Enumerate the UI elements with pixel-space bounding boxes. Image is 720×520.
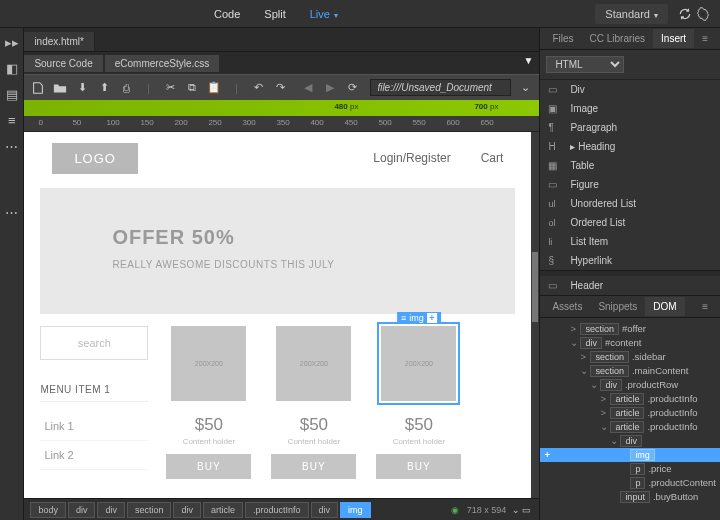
dom-node[interactable]: >article.productInfo xyxy=(540,392,720,406)
insert-item[interactable]: ▭Figure xyxy=(540,175,720,194)
product-card[interactable]: 200X200$50Content holderBUY xyxy=(271,326,356,479)
panel-tab[interactable]: Insert xyxy=(653,29,694,48)
insert-item[interactable]: olOrdered List xyxy=(540,213,720,232)
more-icon[interactable]: ⋯ xyxy=(4,204,20,220)
panel-menu-icon[interactable]: ≡ xyxy=(694,297,716,316)
panel-menu-icon[interactable]: ≡ xyxy=(694,29,716,48)
scrollbar-track[interactable] xyxy=(531,132,539,498)
print-icon[interactable]: ⎙ xyxy=(118,80,134,96)
dom-node[interactable]: p.price xyxy=(540,462,720,476)
logo[interactable]: LOGO xyxy=(52,143,138,174)
assets-icon[interactable]: ⋯ xyxy=(4,138,20,154)
hero-title: OFFER 50% xyxy=(112,226,495,249)
insert-item[interactable]: ulUnordered List xyxy=(540,194,720,213)
product-image[interactable]: 200X200 xyxy=(276,326,351,401)
buy-button[interactable]: BUY xyxy=(376,454,461,479)
element-tag-indicator[interactable]: ≡img+ xyxy=(397,312,441,324)
redo-icon[interactable]: ↷ xyxy=(272,80,288,96)
file-tab[interactable]: index.html* xyxy=(24,32,94,51)
insert-item-header[interactable]: ▭ Header xyxy=(540,276,720,295)
reload-icon[interactable]: ⟳ xyxy=(344,80,360,96)
copy-icon[interactable]: ⧉ xyxy=(184,80,200,96)
settings-icon[interactable] xyxy=(694,5,712,23)
page-body[interactable]: LOGO Login/Register Cart OFFER 50% REALL… xyxy=(24,132,531,498)
product-card[interactable]: 200X200$50Content holderBUY xyxy=(166,326,251,479)
dom-node[interactable]: ⌄section.mainContent xyxy=(540,364,720,378)
live-inspect-icon[interactable]: ◧ xyxy=(4,60,20,76)
undo-icon[interactable]: ↶ xyxy=(250,80,266,96)
css-designer-icon[interactable]: ▤ xyxy=(4,86,20,102)
dom-icon[interactable]: ≡ xyxy=(4,112,20,128)
dom-node[interactable]: ⌄article.productInfo xyxy=(540,420,720,434)
dom-node[interactable]: ⌄div#content xyxy=(540,336,720,350)
related-file-tab[interactable]: Source Code xyxy=(24,55,102,72)
workspace-selector[interactable]: Standard xyxy=(595,4,668,24)
sidebar-link[interactable]: Link 2 xyxy=(40,441,148,470)
filter-icon[interactable]: ▼ xyxy=(523,55,533,66)
insert-item[interactable]: ¶Paragraph xyxy=(540,118,720,137)
product-image[interactable]: 200X200 xyxy=(381,326,456,401)
tag-breadcrumb: bodydivdivsectiondivarticle.productInfod… xyxy=(24,498,539,520)
insert-item[interactable]: ▣Image xyxy=(540,99,720,118)
breadcrumb-item[interactable]: .productInfo xyxy=(245,502,309,518)
panel-tab[interactable]: Snippets xyxy=(590,297,645,316)
breadcrumb-item[interactable]: div xyxy=(311,502,339,518)
related-file-tab[interactable]: eCommerceStyle.css xyxy=(105,55,219,72)
dom-tree[interactable]: >section#offer⌄div#content>section.sideb… xyxy=(540,318,720,520)
insert-category-select[interactable]: HTML xyxy=(546,56,624,73)
panel-tab[interactable]: Files xyxy=(544,29,581,48)
viewport-ruler[interactable]: 480 px700 px xyxy=(24,100,539,116)
expand-panel-icon[interactable]: ▸▸ xyxy=(4,34,20,50)
document-toolbar: ⬇ ⬆ ⎙ | ✂ ⧉ 📋 | ↶ ↷ ◀ ▶ ⟳ ⌄ xyxy=(24,74,539,100)
product-image[interactable]: 200X200 xyxy=(171,326,246,401)
insert-item[interactable]: H▸ Heading xyxy=(540,137,720,156)
insert-item[interactable]: liList Item xyxy=(540,232,720,251)
dom-node[interactable]: ⌄div.productRow xyxy=(540,378,720,392)
open-folder-icon[interactable] xyxy=(52,80,68,96)
breadcrumb-item[interactable]: div xyxy=(173,502,201,518)
breadcrumb-item[interactable]: section xyxy=(127,502,172,518)
paste-icon[interactable]: 📋 xyxy=(206,80,222,96)
buy-button[interactable]: BUY xyxy=(271,454,356,479)
device-preview-icon[interactable]: ▭ xyxy=(522,505,531,515)
view-tab-split[interactable]: Split xyxy=(258,4,291,24)
dom-node[interactable]: p.productContent xyxy=(540,476,720,490)
sync-icon[interactable] xyxy=(676,5,694,23)
nav-fwd-icon[interactable]: ▶ xyxy=(322,80,338,96)
url-dropdown-icon[interactable]: ⌄ xyxy=(517,80,533,96)
panel-tab[interactable]: Assets xyxy=(544,297,590,316)
dom-node[interactable]: >section#offer xyxy=(540,322,720,336)
cart-link[interactable]: Cart xyxy=(481,151,504,165)
cut-icon[interactable]: ✂ xyxy=(162,80,178,96)
breadcrumb-item[interactable]: article xyxy=(203,502,243,518)
address-bar[interactable] xyxy=(370,79,511,96)
scrollbar-thumb[interactable] xyxy=(532,252,538,322)
dom-node[interactable]: >article.productInfo xyxy=(540,406,720,420)
search-input[interactable]: search xyxy=(40,326,148,360)
dom-node[interactable]: +img xyxy=(540,448,720,462)
insert-before-icon[interactable]: + xyxy=(540,449,554,460)
insert-item[interactable]: ▭Div xyxy=(540,80,720,99)
breadcrumb-item[interactable]: body xyxy=(30,502,66,518)
panel-tab[interactable]: DOM xyxy=(645,297,684,316)
panel-tab[interactable]: CC Libraries xyxy=(582,29,654,48)
nav-back-icon[interactable]: ◀ xyxy=(300,80,316,96)
breadcrumb-item[interactable]: div xyxy=(97,502,125,518)
insert-item[interactable]: §Hyperlink xyxy=(540,251,720,270)
sidebar-link[interactable]: Link 1 xyxy=(40,412,148,441)
product-card[interactable]: ≡img+200X200$50Content holderBUY xyxy=(376,326,461,479)
breadcrumb-item[interactable]: div xyxy=(68,502,96,518)
dom-node[interactable]: input.buyButton xyxy=(540,490,720,504)
insert-item[interactable]: ▦Table xyxy=(540,156,720,175)
breadcrumb-item[interactable]: img xyxy=(340,502,371,518)
login-link[interactable]: Login/Register xyxy=(373,151,450,165)
upload-icon[interactable]: ⬆ xyxy=(96,80,112,96)
view-tab-code[interactable]: Code xyxy=(208,4,246,24)
dom-node[interactable]: >section.sidebar xyxy=(540,350,720,364)
view-tab-live[interactable]: Live xyxy=(304,4,344,24)
new-file-icon[interactable] xyxy=(30,80,46,96)
dom-node[interactable]: ⌄div xyxy=(540,434,720,448)
product-description: Content holder xyxy=(166,437,251,446)
buy-button[interactable]: BUY xyxy=(166,454,251,479)
download-icon[interactable]: ⬇ xyxy=(74,80,90,96)
